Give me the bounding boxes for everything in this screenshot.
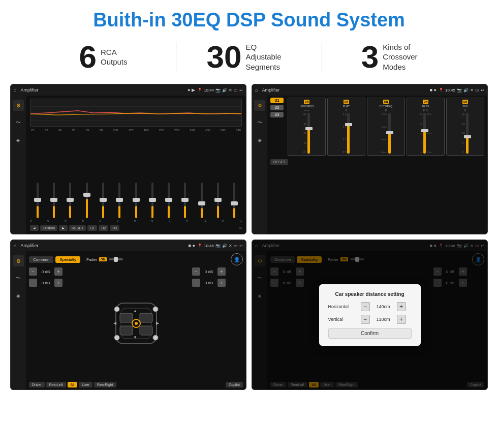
sub-label: SUB — [462, 105, 468, 108]
xover-back-icon[interactable]: ↩ — [481, 88, 484, 93]
sp1-wave-icon[interactable]: 〜 — [13, 273, 24, 284]
svg-rect-5 — [120, 313, 133, 322]
bass-on-badge: ON — [423, 100, 429, 104]
stat-label-crossover: Kinds ofCrossover Modes — [383, 42, 428, 72]
eq-u2-button[interactable]: U2 — [99, 225, 108, 231]
xover-camera-icon: 📷 — [457, 88, 462, 93]
eq-preset-custom[interactable]: Custom — [40, 225, 57, 231]
sp1-plus-2[interactable]: + — [54, 279, 63, 287]
sub-panel: ON SUB G 20151050 — [446, 98, 484, 156]
sp1-plus-3[interactable]: + — [217, 267, 226, 276]
modal-box: Car speaker distance setting Horizontal … — [319, 284, 421, 346]
eq-sliders — [30, 134, 242, 218]
xover-volume-icon: 🔊 — [463, 88, 469, 93]
svg-text:▲: ▲ — [133, 309, 137, 313]
xover-speaker-icon2[interactable]: ◈ — [254, 134, 265, 145]
sp1-minus-1[interactable]: − — [29, 267, 37, 276]
sp1-tab-specialty[interactable]: Specialty — [55, 256, 80, 263]
sp1-db-control-1: − 0 dB + — [29, 267, 80, 276]
eq-wave-icon[interactable]: 〜 — [13, 117, 24, 128]
speaker1-screen: ⌂ Amplifier ■ ● 📍 10:46 📷 🔊 ✕ ▭ ↩ ⚙ 〜 ◈ — [10, 240, 246, 390]
modal-horizontal-row: Horizontal − 140cm + — [328, 302, 412, 311]
eq-screen: ⌂ Amplifier ● ▶ 📍 10:44 📷 🔊 ✕ ▭ ↩ ⚙ 〜 ◈ — [10, 84, 246, 234]
eq-tuner-icon[interactable]: ⚙ — [13, 100, 24, 111]
sp1-plus-4[interactable]: + — [217, 279, 226, 287]
stat-label-eq: EQ AdjustableSegments — [245, 42, 291, 72]
sp1-tab-common[interactable]: Common — [29, 256, 53, 263]
cutfreq-label: CUT FREQ — [380, 105, 392, 108]
sp1-minus-4[interactable]: − — [192, 279, 200, 287]
sp1-side-icons: ⚙ 〜 ◈ — [11, 251, 26, 390]
xover-u2-button[interactable]: U2 — [270, 105, 284, 110]
sp1-fader-label: Fader — [86, 257, 97, 262]
sp1-minus-2[interactable]: − — [29, 279, 37, 287]
modal-confirm-button[interactable]: Confirm — [328, 328, 412, 339]
sp1-db-val-3: 0 dB — [202, 270, 216, 274]
stat-number-6: 6 — [79, 41, 96, 73]
sp1-all-btn[interactable]: All — [68, 382, 78, 387]
sp1-user-icon: 👤 — [231, 253, 243, 265]
sp1-x-icon: ✕ — [229, 244, 232, 248]
sp1-db-control-2: − 0 dB + — [29, 279, 80, 287]
stat-number-30: 30 — [207, 41, 242, 73]
modal-vertical-minus[interactable]: − — [361, 315, 370, 324]
eq-dot-icons: ● ▶ — [188, 87, 195, 93]
eq-u1-button[interactable]: U1 — [87, 225, 97, 231]
eq-back-icon[interactable]: ↩ — [239, 88, 243, 93]
sub-on-badge: ON — [462, 100, 469, 104]
home-icon[interactable]: ⌂ — [14, 87, 16, 93]
modal-horizontal-plus[interactable]: + — [397, 302, 406, 311]
sp1-db-val-4: 0 dB — [202, 281, 216, 285]
sp1-car-diagram: ▲ ▼ ◀ ▶ — [83, 267, 189, 379]
xover-home-icon[interactable]: ⌂ — [255, 87, 258, 93]
svg-point-15 — [114, 307, 119, 312]
sp1-rearright-btn[interactable]: RearRight — [94, 382, 116, 387]
sp1-driver-btn[interactable]: Driver — [29, 382, 45, 387]
sp1-minus-3[interactable]: − — [192, 267, 200, 276]
sp1-tabs: Common Specialty — [29, 256, 80, 263]
modal-vertical-value: 110cm — [372, 317, 395, 322]
sp1-time: 10:46 — [204, 244, 214, 248]
cutfreq-on-badge: ON — [383, 100, 389, 104]
svg-point-18 — [153, 335, 158, 340]
sp1-status-dots: ■ ● — [189, 243, 195, 248]
eq-speaker-icon[interactable]: ◈ — [13, 134, 24, 145]
sp1-copilot-btn[interactable]: Copilot — [226, 382, 243, 387]
eq-camera-icon: 📷 — [215, 88, 221, 93]
xover-tuner-icon[interactable]: ⚙ — [254, 100, 265, 111]
phat-on-badge: ON — [344, 100, 350, 104]
sp1-user-btn[interactable]: User — [79, 382, 92, 387]
xover-location-icon: 📍 — [439, 88, 444, 93]
xover-wave-icon[interactable]: 〜 — [254, 117, 265, 128]
bass-panel: ON BASS FG 3.02.52.01.51.0 — [407, 98, 445, 156]
loudness-panel: ON LOUDNESS —— 644832160 — [288, 98, 326, 156]
xover-u1-button[interactable]: U1 — [270, 98, 284, 103]
sp1-rearleft-btn[interactable]: RearLeft — [46, 382, 66, 387]
eq-prev-button[interactable]: ◄ — [30, 225, 39, 231]
screens-grid: ⌂ Amplifier ● ▶ 📍 10:44 📷 🔊 ✕ ▭ ↩ ⚙ 〜 ◈ — [0, 80, 498, 395]
eq-side-icons: ⚙ 〜 ◈ — [11, 96, 26, 234]
sp1-back-icon[interactable]: ↩ — [239, 244, 243, 248]
modal-vertical-row: Vertical − 110cm + — [328, 315, 412, 324]
xover-u3-button[interactable]: U3 — [270, 112, 284, 117]
page-title: Buith-in 30EQ DSP Sound System — [0, 0, 498, 36]
loudness-label: LOUDNESS — [300, 105, 314, 108]
eq-play-button[interactable]: ► — [59, 225, 68, 231]
svg-point-16 — [153, 307, 158, 312]
modal-vertical-plus[interactable]: + — [397, 315, 406, 324]
eq-u3-button[interactable]: U3 — [110, 225, 119, 231]
svg-text:▼: ▼ — [133, 335, 137, 340]
sp1-battery-icon: ▭ — [234, 244, 238, 248]
sp1-speaker-icon3[interactable]: ◈ — [13, 290, 24, 301]
xover-reset-button[interactable]: RESET — [270, 159, 288, 165]
sp1-db-val-1: 0 dB — [39, 270, 53, 274]
speaker2-screen: ⌂ Amplifier ■ ● 📍 10:46 📷 🔊 ✕ ▭ ↩ ⚙ 〜 ◈ — [252, 240, 488, 390]
sp1-volume-icon: 🔊 — [222, 244, 227, 248]
stat-label-rca: RCAOutputs — [101, 47, 128, 67]
modal-horizontal-minus[interactable]: − — [361, 302, 370, 311]
sp1-plus-1[interactable]: + — [54, 267, 63, 276]
eq-reset-button[interactable]: RESET — [69, 225, 86, 231]
sp1-tuner-icon[interactable]: ⚙ — [13, 255, 24, 266]
sp1-home-icon[interactable]: ⌂ — [14, 243, 16, 248]
eq-graph — [30, 99, 242, 127]
